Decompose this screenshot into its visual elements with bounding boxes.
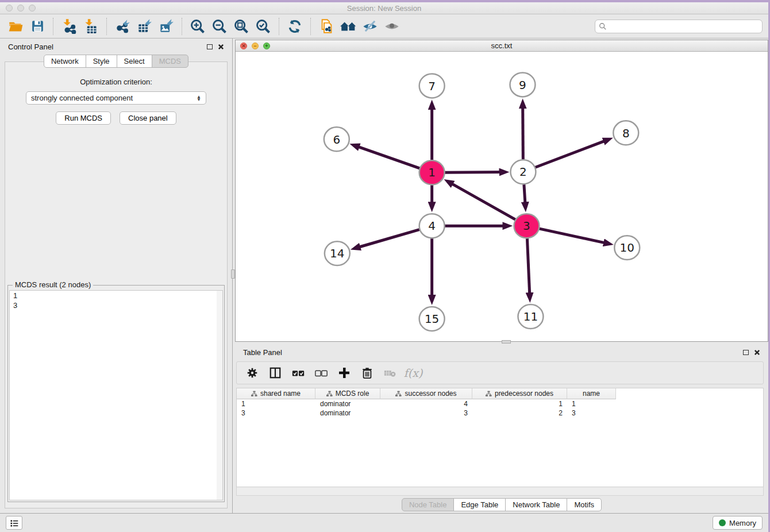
close-panel-icon[interactable] (218, 44, 224, 50)
graph-node-4[interactable]: 4 (419, 214, 445, 238)
graph-node-2[interactable]: 2 (510, 160, 536, 184)
close-panel-button[interactable]: Close panel (120, 111, 176, 125)
export-table-button[interactable] (134, 17, 154, 36)
window-zoom-button[interactable] (29, 5, 36, 11)
zoom-out-button[interactable] (210, 17, 229, 36)
graph-node-7[interactable]: 7 (419, 74, 445, 98)
float-panel-icon[interactable] (207, 44, 213, 49)
trash-icon (361, 367, 374, 379)
graph-node-8[interactable]: 8 (613, 121, 638, 145)
search-field[interactable] (595, 20, 763, 33)
export-image-button[interactable] (156, 17, 176, 36)
tab-network[interactable]: Network (44, 55, 86, 68)
horizontal-splitter[interactable] (235, 342, 768, 344)
import-table-button[interactable] (81, 17, 101, 36)
tab-node-table[interactable]: Node Table (402, 498, 455, 511)
node-table[interactable]: shared nameMCDS rolesuccessor nodesprede… (236, 388, 764, 487)
zoom-fit-button[interactable] (232, 17, 251, 36)
search-input[interactable] (609, 22, 759, 30)
graph-node-3[interactable]: 3 (514, 214, 539, 238)
table-hscrollbar[interactable] (236, 487, 764, 496)
tab-motifs[interactable]: Motifs (567, 498, 602, 511)
frame-maximize-button[interactable]: + (263, 43, 270, 49)
column-header-shared-name[interactable]: shared name (237, 388, 315, 399)
tab-edge-table[interactable]: Edge Table (453, 498, 506, 511)
node-label: 9 (519, 78, 526, 91)
node-label: 3 (523, 219, 530, 233)
splitter-handle[interactable] (502, 340, 511, 344)
add-column-button[interactable] (336, 364, 353, 381)
frame-minimize-button[interactable]: − (252, 43, 259, 49)
hide-panel-eye-button[interactable] (360, 17, 380, 36)
duplicate-network-button[interactable] (317, 17, 336, 36)
graph-node-11[interactable]: 11 (518, 304, 543, 329)
show-panel-eye-button[interactable] (382, 17, 402, 36)
graph-node-14[interactable]: 14 (325, 241, 350, 265)
toolbar-separator (279, 18, 279, 35)
show-columns-button[interactable] (267, 364, 284, 381)
window-close-button[interactable] (6, 5, 13, 11)
criterion-select[interactable]: strongly connected component ▲▼ (26, 91, 206, 105)
column-header-predecessor-nodes[interactable]: predecessor nodes (472, 388, 567, 399)
export-network-icon (115, 18, 130, 34)
network-graph[interactable]: 7968124314101511 (236, 52, 768, 341)
float-panel-icon[interactable] (743, 350, 749, 355)
edge-4-14[interactable] (359, 229, 419, 247)
edge-2-8[interactable] (535, 141, 605, 167)
graph-node-10[interactable]: 10 (614, 236, 640, 260)
delete-column-button[interactable] (359, 364, 376, 381)
result-item[interactable]: 3 (10, 300, 222, 310)
unchecked-boxes-icon (314, 366, 328, 380)
refresh-view-button[interactable] (285, 17, 305, 36)
mcds-result-list[interactable]: 13 (9, 290, 223, 500)
result-item[interactable]: 1 (10, 291, 222, 300)
edge-3-10[interactable] (539, 228, 605, 242)
open-session-button[interactable] (6, 17, 25, 36)
edge-2-9[interactable] (523, 107, 523, 159)
edge-2-3[interactable] (524, 184, 525, 203)
memory-button[interactable]: Memory (713, 516, 763, 530)
tab-mcds[interactable]: MCDS (152, 55, 188, 68)
edge-3-11[interactable] (527, 238, 529, 294)
splitter-handle[interactable] (231, 269, 235, 279)
export-network-button[interactable] (113, 17, 132, 36)
zoom-in-button[interactable] (188, 17, 207, 36)
network-home-button[interactable] (338, 17, 358, 36)
save-session-button[interactable] (28, 17, 47, 36)
column-type-icon (251, 391, 257, 397)
graph-node-15[interactable]: 15 (419, 307, 445, 331)
tab-select[interactable]: Select (117, 55, 152, 68)
zoom-selected-button[interactable] (253, 17, 273, 36)
table-row[interactable]: 1dominator411 (237, 399, 763, 408)
close-panel-icon[interactable] (754, 349, 760, 356)
result-scrollbar[interactable] (217, 291, 222, 500)
graph-node-1[interactable]: 1 (419, 160, 445, 184)
toolbar-separator (310, 18, 311, 35)
window-minimize-button[interactable] (17, 5, 24, 11)
edge-3-1[interactable] (452, 183, 516, 219)
deselect-all-columns-button[interactable] (313, 364, 330, 381)
graph-node-9[interactable]: 9 (510, 72, 535, 97)
column-header-MCDS-role[interactable]: MCDS role (315, 388, 380, 399)
duplicate-network-icon (319, 18, 334, 34)
network-canvas[interactable]: 7968124314101511 (236, 52, 768, 341)
table-row[interactable]: 3dominator323 (237, 408, 763, 418)
tab-network-table[interactable]: Network Table (505, 498, 567, 511)
task-history-button[interactable] (6, 516, 22, 530)
table-settings-button[interactable] (244, 364, 261, 381)
column-header-name[interactable]: name (567, 388, 616, 399)
table-header-row: shared nameMCDS rolesuccessor nodesprede… (237, 388, 763, 399)
memory-label: Memory (729, 519, 756, 527)
save-floppy-icon (30, 19, 45, 33)
graph-node-6[interactable]: 6 (324, 127, 349, 151)
run-mcds-button[interactable]: Run MCDS (56, 111, 111, 125)
frame-close-button[interactable]: ✕ (240, 43, 247, 49)
import-network-button[interactable] (59, 17, 79, 36)
select-all-columns-button[interactable] (290, 364, 307, 381)
edge-1-2[interactable] (445, 172, 501, 172)
column-header-successor-nodes[interactable]: successor nodes (380, 388, 472, 399)
vertical-splitter[interactable] (232, 38, 235, 513)
edge-1-6[interactable] (358, 147, 420, 168)
tab-style[interactable]: Style (86, 55, 117, 68)
delete-table-button-disabled (382, 364, 399, 381)
